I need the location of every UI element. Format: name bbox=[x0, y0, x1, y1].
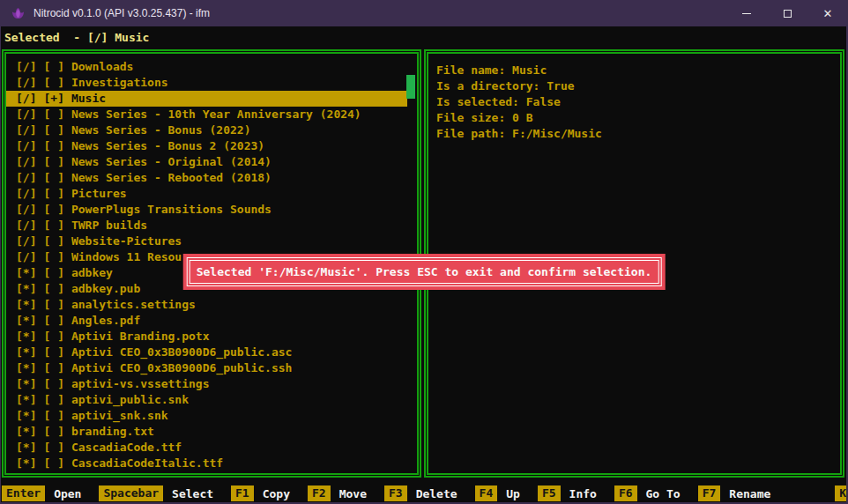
file-row[interactable]: [*][ ]aptivi_snk.snk bbox=[6, 408, 407, 424]
selection-checkbox: [ ] bbox=[43, 441, 63, 454]
keybinding-key: F2 bbox=[308, 485, 331, 501]
file-row[interactable]: [/][ ]Website-Pictures bbox=[6, 233, 407, 249]
keybinding: F6Go To bbox=[614, 485, 681, 501]
keybinding-action: Info bbox=[569, 487, 597, 500]
file-row[interactable]: [/][ ]News Series - Rebooted (2018) bbox=[6, 170, 407, 186]
file-row[interactable]: [*][ ]Angles.pdf bbox=[6, 313, 407, 329]
app-window: Nitrocid v0.1.0 (API v3.0.25.437) - ifm … bbox=[0, 0, 848, 504]
file-name: Pictures bbox=[71, 187, 127, 200]
selection-checkbox: [ ] bbox=[43, 219, 63, 232]
file-name: CascadiaCode.ttf bbox=[71, 441, 182, 454]
selection-checkbox: [ ] bbox=[43, 123, 63, 137]
window-title: Nitrocid v0.1.0 (API v3.0.25.437) - ifm bbox=[33, 7, 210, 19]
file-info-line: File path: F:/Misc/Music bbox=[436, 126, 840, 142]
window-controls: ✕ bbox=[726, 0, 848, 26]
directory-mark: [*] bbox=[16, 393, 36, 406]
keybinding-key: Enter bbox=[2, 485, 45, 501]
file-row[interactable]: [*][ ]Aptivi CEO_0x3B0900D6_public.ssh bbox=[6, 360, 407, 376]
file-row[interactable]: [/][ ]News Series - Bonus 2 (2023) bbox=[6, 138, 407, 154]
directory-mark: [/] bbox=[16, 123, 36, 137]
keybinding-key: Spacebar bbox=[99, 485, 163, 501]
keybinding-action: Delete bbox=[416, 487, 457, 500]
directory-mark: [*] bbox=[16, 314, 36, 327]
file-row[interactable]: [/][ ]News Series - 10th Year Anniversar… bbox=[6, 107, 407, 122]
directory-mark: [/] bbox=[16, 76, 36, 89]
file-name: Windows 11 Resou bbox=[71, 250, 182, 263]
file-row[interactable]: [/][ ]PowerPlugs Transitions Sounds bbox=[6, 202, 407, 218]
maximize-button[interactable] bbox=[767, 0, 807, 26]
keybinding-key: F1 bbox=[231, 485, 254, 501]
keybinding-action: Go To bbox=[646, 487, 681, 500]
file-name: Investigations bbox=[71, 76, 168, 89]
file-name: Music bbox=[71, 92, 106, 105]
file-name: Angles.pdf bbox=[71, 314, 140, 327]
selection-checkbox: [ ] bbox=[43, 203, 63, 216]
file-row[interactable]: [/][ ]TWRP builds bbox=[6, 218, 407, 233]
selection-checkbox: [+] bbox=[43, 92, 63, 105]
file-info-line: Is a directory: True bbox=[436, 78, 840, 94]
file-name: Aptivi CEO_0x3B0900D6_public.asc bbox=[71, 345, 292, 359]
keybindings-bar: EnterOpenSpacebarSelectF1CopyF2MoveF3Del… bbox=[0, 485, 848, 502]
file-row[interactable]: [*][ ]Aptivi CEO_0x3B0900D6_public.asc bbox=[6, 345, 407, 360]
selection-dialog: Selected 'F:/Misc/Music'. Press ESC to e… bbox=[183, 254, 666, 290]
directory-mark: [/] bbox=[16, 234, 36, 248]
directory-mark: [*] bbox=[16, 298, 36, 311]
selection-checkbox: [ ] bbox=[43, 409, 63, 422]
selection-checkbox: [ ] bbox=[43, 139, 63, 152]
selection-checkbox: [ ] bbox=[43, 60, 63, 73]
directory-mark: [*] bbox=[16, 456, 36, 470]
file-row[interactable]: [*][ ]aptivi-vs.vssettings bbox=[6, 376, 407, 392]
file-info-line: File size: 0 B bbox=[436, 110, 840, 126]
file-name: aptivi_public.snk bbox=[71, 393, 189, 406]
file-name: News Series - Bonus (2022) bbox=[71, 123, 251, 137]
file-row[interactable]: [*][ ]aptivi_public.snk bbox=[6, 392, 407, 408]
keybinding-action: Copy bbox=[263, 487, 290, 500]
file-name: News Series - Rebooted (2018) bbox=[71, 171, 272, 184]
file-row[interactable]: [*][ ]CascadiaCode.ttf bbox=[6, 440, 407, 456]
titlebar: Nitrocid v0.1.0 (API v3.0.25.437) - ifm … bbox=[0, 0, 848, 26]
selection-checkbox: [ ] bbox=[43, 155, 63, 168]
keybinding-key: F6 bbox=[614, 485, 637, 501]
file-name: Downloads bbox=[71, 60, 133, 73]
file-row[interactable]: [/][ ]Investigations bbox=[6, 75, 407, 91]
file-row[interactable]: [/][ ]Pictures bbox=[6, 186, 407, 202]
file-name: News Series - Original (2014) bbox=[71, 155, 272, 168]
directory-mark: [/] bbox=[16, 219, 36, 232]
keybinding-key: F4 bbox=[475, 485, 498, 501]
selection-checkbox: [ ] bbox=[43, 345, 63, 359]
keybinding: F1Copy bbox=[231, 485, 290, 501]
file-name: adbkey.pub bbox=[71, 282, 140, 295]
directory-mark: [*] bbox=[16, 441, 36, 454]
file-row[interactable]: [/][ ]News Series - Original (2014) bbox=[6, 154, 407, 170]
file-row[interactable]: [*][ ]analytics.settings bbox=[6, 297, 407, 313]
keybinding: SpacebarSelect bbox=[99, 485, 213, 501]
directory-mark: [/] bbox=[16, 155, 36, 168]
window-edge-left bbox=[0, 26, 1, 504]
keybinding-key: F5 bbox=[538, 485, 561, 501]
directory-mark: [/] bbox=[16, 171, 36, 184]
close-icon: ✕ bbox=[823, 8, 833, 19]
directory-mark: [/] bbox=[16, 250, 36, 263]
selection-checkbox: [ ] bbox=[43, 298, 63, 311]
directory-mark: [*] bbox=[16, 425, 36, 438]
close-button[interactable]: ✕ bbox=[807, 0, 848, 26]
keybinding-action: Select bbox=[172, 487, 213, 500]
file-row[interactable]: [/][ ]Downloads bbox=[6, 59, 407, 75]
nitrocid-logo-icon bbox=[11, 7, 25, 19]
keybinding: F3Delete bbox=[384, 485, 457, 501]
file-row[interactable]: [/][ ]News Series - Bonus (2022) bbox=[6, 122, 407, 138]
directory-mark: [*] bbox=[16, 330, 36, 343]
maximize-icon bbox=[784, 10, 792, 18]
minimize-button[interactable] bbox=[726, 0, 767, 26]
file-name: Aptivi Branding.potx bbox=[71, 330, 210, 343]
keybinding: F2Move bbox=[308, 485, 367, 501]
file-row[interactable]: [*][ ]CascadiaCodeItalic.ttf bbox=[6, 456, 407, 471]
keybinding-action: Rename bbox=[729, 487, 770, 500]
directory-mark: [/] bbox=[16, 187, 36, 200]
scrollbar-thumb[interactable] bbox=[406, 75, 415, 99]
file-row[interactable]: [*][ ]branding.txt bbox=[6, 424, 407, 440]
file-row[interactable]: [/][+]Music bbox=[6, 91, 407, 107]
selection-checkbox: [ ] bbox=[43, 456, 63, 470]
file-row[interactable]: [*][ ]Aptivi Branding.potx bbox=[6, 329, 407, 345]
selection-checkbox: [ ] bbox=[43, 361, 63, 374]
